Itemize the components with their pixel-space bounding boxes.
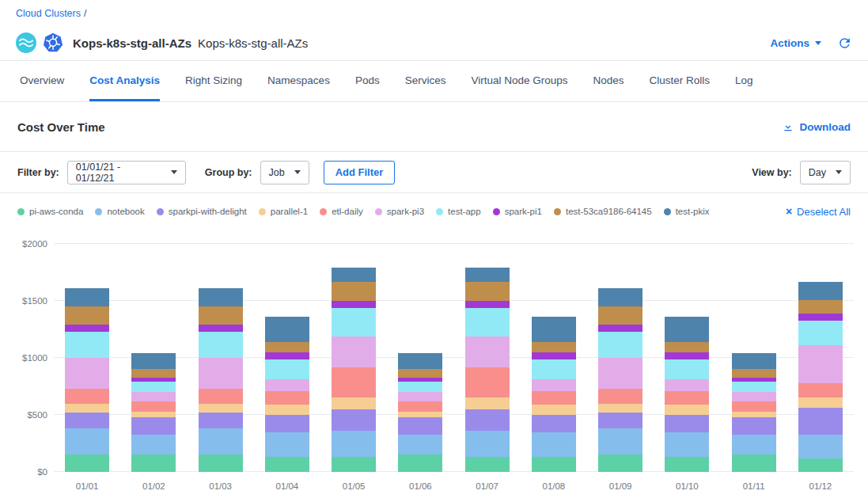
bar-segment-notebook[interactable] [332,431,376,457]
bar-segment-spark-pi3[interactable] [732,392,776,401]
bar-segment-notebook[interactable] [199,428,243,454]
bar-segment-sparkpi-with-delight[interactable] [265,415,309,432]
bar-segment-pi-aws-conda[interactable] [798,458,843,472]
bar-segment-spark-pi1[interactable] [265,352,309,359]
tab-right-sizing[interactable]: Right Sizing [185,61,242,101]
stacked-bar-01-08[interactable] [532,244,576,472]
bar-segment-test-pkix[interactable] [199,288,243,306]
stacked-bar-01-04[interactable] [265,244,309,472]
bar-segment-test-app[interactable] [665,359,709,380]
tab-virtual-node-groups[interactable]: Virtual Node Groups [471,61,567,101]
bar-segment-parallel-1[interactable] [532,405,576,415]
bar-segment-notebook[interactable] [265,432,309,458]
stacked-bar-01-10[interactable] [665,244,709,472]
bar-segment-test-53ca9186-64145[interactable] [598,306,642,325]
bar-segment-test-pkix[interactable] [532,317,576,342]
bar-segment-sparkpi-with-delight[interactable] [665,415,709,432]
bar-segment-sparkpi-with-delight[interactable] [332,409,376,431]
bar-segment-spark-pi3[interactable] [465,337,510,367]
bar-segment-test-53ca9186-64145[interactable] [199,306,243,325]
bar-segment-test-pkix[interactable] [465,268,510,281]
bar-segment-etl-daily[interactable] [798,383,843,398]
bar-segment-test-pkix[interactable] [665,317,709,342]
group-by-select[interactable]: Job [260,161,309,184]
bar-segment-etl-daily[interactable] [265,391,309,405]
bar-segment-test-app[interactable] [532,359,576,380]
bar-segment-pi-aws-conda[interactable] [131,454,176,472]
bar-segment-pi-aws-conda[interactable] [332,457,376,472]
bar-segment-spark-pi3[interactable] [598,358,642,389]
bar-segment-test-pkix[interactable] [798,282,843,300]
bar-segment-spark-pi3[interactable] [332,337,376,367]
bar-segment-test-53ca9186-64145[interactable] [65,306,109,325]
bar-segment-notebook[interactable] [398,435,442,455]
bar-segment-test-53ca9186-64145[interactable] [131,369,176,377]
add-filter-button[interactable]: Add Filter [324,161,396,184]
bar-segment-test-53ca9186-64145[interactable] [665,342,709,352]
bar-segment-test-pkix[interactable] [332,268,376,281]
bar-segment-pi-aws-conda[interactable] [532,457,576,472]
bar-segment-parallel-1[interactable] [465,397,510,409]
bar-segment-etl-daily[interactable] [732,401,776,412]
bar-segment-test-app[interactable] [398,382,442,392]
bar-segment-pi-aws-conda[interactable] [732,454,776,472]
bar-segment-spark-pi1[interactable] [798,314,843,321]
bar-segment-etl-daily[interactable] [398,401,442,412]
bar-segment-test-pkix[interactable] [598,288,642,306]
bar-segment-sparkpi-with-delight[interactable] [199,413,243,428]
bar-segment-etl-daily[interactable] [332,367,376,398]
bar-segment-spark-pi1[interactable] [199,325,243,332]
bar-segment-test-pkix[interactable] [265,317,309,342]
tab-overview[interactable]: Overview [20,61,64,101]
bar-segment-notebook[interactable] [131,435,176,455]
bar-segment-spark-pi1[interactable] [532,352,576,359]
stacked-bar-01-03[interactable] [199,244,243,472]
legend-item-test-53ca9186-64145[interactable]: test-53ca9186-64145 [554,207,652,216]
bar-segment-test-app[interactable] [732,382,776,392]
stacked-bar-01-09[interactable] [598,244,642,472]
bar-segment-test-53ca9186-64145[interactable] [265,342,309,352]
bar-segment-pi-aws-conda[interactable] [199,454,243,472]
legend-item-spark-pi1[interactable]: spark-pi1 [493,207,542,216]
bar-segment-spark-pi3[interactable] [65,358,109,389]
bar-segment-spark-pi3[interactable] [398,392,442,401]
bar-segment-pi-aws-conda[interactable] [65,454,109,472]
bar-segment-parallel-1[interactable] [598,404,642,413]
bar-segment-test-53ca9186-64145[interactable] [465,282,510,301]
tab-nodes[interactable]: Nodes [593,61,624,101]
bar-segment-spark-pi3[interactable] [665,379,709,390]
bar-segment-test-app[interactable] [199,332,243,358]
bar-segment-parallel-1[interactable] [65,404,109,413]
legend-item-parallel-1[interactable]: parallel-1 [259,207,308,216]
bar-segment-etl-daily[interactable] [199,389,243,404]
refresh-icon[interactable] [837,36,852,51]
view-by-select[interactable]: Day [800,161,851,184]
legend-item-etl-daily[interactable]: etl-daily [320,207,363,216]
breadcrumb-cloud-clusters-link[interactable]: Cloud Clusters [16,8,81,19]
stacked-bar-01-12[interactable] [798,244,843,472]
bar-segment-test-pkix[interactable] [398,353,442,369]
stacked-bar-01-02[interactable] [131,244,176,472]
bar-segment-pi-aws-conda[interactable] [398,454,442,472]
bar-segment-parallel-1[interactable] [732,412,776,417]
bar-segment-spark-pi1[interactable] [332,301,376,308]
bar-segment-parallel-1[interactable] [199,404,243,413]
bar-segment-sparkpi-with-delight[interactable] [398,417,442,435]
bar-segment-notebook[interactable] [732,435,776,455]
tab-log[interactable]: Log [735,61,753,101]
bar-segment-spark-pi1[interactable] [465,301,510,308]
deselect-all-button[interactable]: × Deselect All [786,206,851,218]
bar-segment-test-pkix[interactable] [131,353,176,369]
bar-segment-test-pkix[interactable] [732,353,776,369]
bar-segment-etl-daily[interactable] [131,401,176,412]
bar-segment-etl-daily[interactable] [598,389,642,404]
stacked-bar-01-06[interactable] [398,244,442,472]
bar-segment-parallel-1[interactable] [265,405,309,415]
bar-segment-parallel-1[interactable] [398,412,442,417]
bar-segment-spark-pi3[interactable] [131,392,176,401]
legend-item-notebook[interactable]: notebook [95,207,144,216]
bar-segment-spark-pi3[interactable] [532,379,576,390]
bar-segment-test-53ca9186-64145[interactable] [398,369,442,377]
tab-namespaces[interactable]: Namespaces [267,61,330,101]
bar-segment-parallel-1[interactable] [665,405,709,415]
